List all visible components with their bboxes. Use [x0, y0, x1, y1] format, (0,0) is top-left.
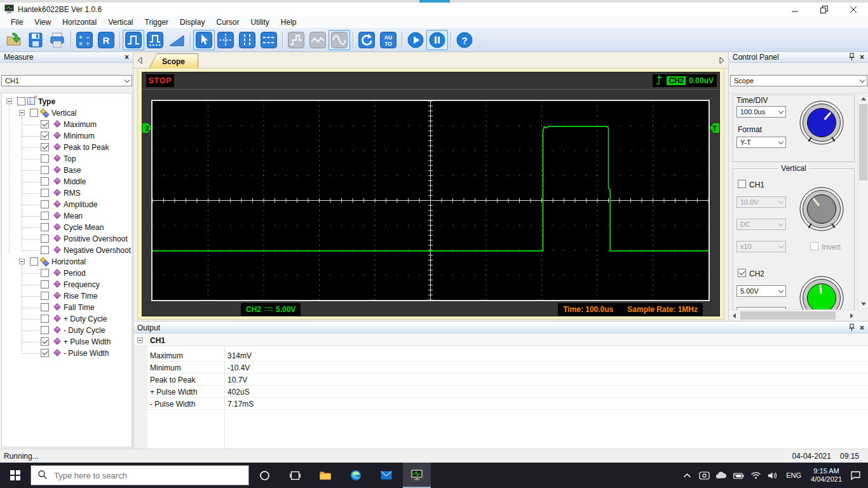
- output-row-pulse-width[interactable]: - Pulse Width 7.17mS: [133, 398, 868, 410]
- measure-checkbox-negative-overshoot[interactable]: [41, 246, 49, 254]
- measure-group-horizontal[interactable]: Horizontal: [2, 256, 132, 268]
- ch2-enable-checkbox[interactable]: [738, 269, 746, 277]
- wifi-icon[interactable]: [749, 471, 762, 479]
- collapse-icon[interactable]: [137, 337, 143, 343]
- measure-checkbox-horizontal[interactable]: [30, 257, 38, 266]
- edge-browser-button[interactable]: [341, 463, 371, 488]
- language-indicator[interactable]: ENG: [783, 471, 804, 479]
- toolbar-refresh-button[interactable]: [356, 30, 377, 50]
- measure-checkbox-peak-to-peak[interactable]: [41, 143, 49, 151]
- file-explorer-button[interactable]: [310, 463, 341, 488]
- toolbar-cursor-select-button[interactable]: [193, 30, 215, 50]
- menu-item-cursor[interactable]: Cursor: [210, 17, 245, 28]
- control-vertical-scrollbar[interactable]: [857, 93, 868, 309]
- meet-now-icon[interactable]: [698, 471, 710, 480]
- menu-item-vertical[interactable]: Vertical: [102, 17, 139, 28]
- menu-item-help[interactable]: Help: [275, 17, 302, 28]
- measure-item-middle[interactable]: Middle: [2, 176, 132, 187]
- measure-close-icon[interactable]: ×: [125, 54, 129, 60]
- measure-checkbox-minimum[interactable]: [41, 132, 49, 140]
- tab-scroll-right-icon[interactable]: [717, 55, 726, 65]
- toolbar-linear-interpolation-button[interactable]: [307, 30, 329, 50]
- control-horizontal-scrollbar[interactable]: [729, 309, 857, 320]
- start-button[interactable]: [0, 463, 31, 488]
- measure-checkbox-rms[interactable]: [41, 189, 49, 197]
- menu-item-utility[interactable]: Utility: [245, 17, 275, 28]
- tray-chevron-up-icon[interactable]: [681, 473, 693, 478]
- toolbar-horizontal-cursors-button[interactable]: [258, 30, 280, 50]
- ch1-position-knob[interactable]: [799, 186, 844, 232]
- toolbar-cross-cursor-button[interactable]: [215, 30, 236, 50]
- control-mode-select[interactable]: Scope: [730, 75, 867, 86]
- measure-checkbox-mean[interactable]: [41, 212, 49, 220]
- volume-icon[interactable]: [766, 471, 779, 480]
- measure-checkbox-maximum[interactable]: [41, 120, 49, 128]
- mail-button[interactable]: [371, 463, 402, 488]
- measure-checkbox-fall-time[interactable]: [41, 303, 49, 311]
- ch1-invert-checkbox[interactable]: [810, 242, 818, 250]
- collapse-icon[interactable]: [19, 110, 25, 116]
- measure-checkbox-duty-cycle[interactable]: [41, 326, 49, 334]
- cortana-button[interactable]: [249, 463, 280, 488]
- time-div-select[interactable]: 100.0us: [736, 106, 786, 118]
- measure-checkbox-pulse-width[interactable]: [41, 337, 49, 346]
- close-button[interactable]: [839, 3, 868, 17]
- battery-icon[interactable]: [732, 472, 745, 479]
- output-group-row[interactable]: CH1: [133, 334, 868, 346]
- measure-item-positive-overshoot[interactable]: Positive Overshoot: [2, 233, 132, 245]
- minimize-button[interactable]: [780, 3, 810, 17]
- menu-item-trigger[interactable]: Trigger: [139, 17, 175, 28]
- toolbar-pause-acquisition-button[interactable]: [426, 30, 448, 50]
- measure-channel-select[interactable]: CH1: [1, 75, 132, 86]
- measure-checkbox-duty-cycle[interactable]: [41, 315, 49, 323]
- tray-clock[interactable]: 9:15 AM 4/04/2021: [808, 467, 844, 484]
- toolbar-start-acquisition-button[interactable]: [405, 30, 426, 50]
- measure-item-period[interactable]: Period: [2, 268, 132, 279]
- menu-item-display[interactable]: Display: [174, 17, 210, 28]
- taskbar-search[interactable]: [31, 465, 249, 485]
- measure-item-peak-to-peak[interactable]: Peak to Peak: [2, 142, 132, 153]
- toolbar-open-file-button[interactable]: [3, 30, 25, 50]
- toolbar-step-interpolation-button[interactable]: [285, 30, 307, 50]
- measure-item-frequency[interactable]: Frequency: [2, 279, 132, 290]
- toolbar-ramp-display-button[interactable]: [166, 30, 187, 50]
- measure-item-cycle-mean[interactable]: Cycle Mean: [2, 222, 132, 233]
- toolbar-vertical-cursors-button[interactable]: [236, 30, 258, 50]
- measure-checkbox-middle[interactable]: [41, 177, 49, 186]
- measure-checkbox-rise-time[interactable]: [41, 292, 49, 300]
- toolbar-waveform-record-button[interactable]: [144, 30, 166, 50]
- output-row-peak-to-peak[interactable]: Peak to Peak 10.7V: [133, 374, 868, 386]
- measure-item-negative-overshoot[interactable]: Negative Overshoot: [2, 245, 132, 256]
- measure-checkbox-pulse-width[interactable]: [41, 349, 49, 357]
- measure-item-amplitude[interactable]: Amplitude: [2, 199, 132, 210]
- tab-scope[interactable]: Scope: [149, 53, 198, 69]
- toolbar-print-button[interactable]: [46, 30, 68, 50]
- measure-checkbox-base[interactable]: [41, 166, 49, 174]
- toolbar-reference-wave-button[interactable]: R: [95, 30, 117, 50]
- trigger-level-marker[interactable]: T: [710, 123, 719, 133]
- measure-item-rms[interactable]: RMS: [2, 187, 132, 199]
- ch1-enable-checkbox[interactable]: [738, 180, 746, 188]
- measure-item-pulse-width[interactable]: + Pulse Width: [2, 336, 132, 348]
- menu-item-view[interactable]: View: [29, 17, 57, 28]
- measure-tree-root[interactable]: Type: [2, 96, 132, 107]
- tab-scroll-left-icon[interactable]: [135, 55, 144, 65]
- toolbar-help-button[interactable]: ?: [454, 30, 475, 50]
- onedrive-cloud-icon[interactable]: [715, 471, 728, 479]
- ch2-volts-select[interactable]: 5.00V: [736, 285, 786, 297]
- time-div-knob[interactable]: [799, 100, 844, 146]
- measure-checkbox-positive-overshoot[interactable]: [41, 234, 49, 243]
- search-input[interactable]: [54, 471, 219, 480]
- toolbar-save-file-button[interactable]: [25, 30, 46, 50]
- output-row-pulse-width[interactable]: + Pulse Width 402uS: [133, 386, 868, 398]
- collapse-icon[interactable]: [19, 259, 25, 264]
- ch1-volts-select[interactable]: 10.0V: [736, 196, 786, 208]
- ch1-coupling-select[interactable]: DC: [736, 219, 786, 230]
- pin-icon[interactable]: [848, 53, 855, 62]
- measure-item-rise-time[interactable]: Rise Time: [2, 290, 132, 302]
- taskbar-hantek-app-button[interactable]: [403, 463, 431, 488]
- pin-icon[interactable]: [848, 323, 855, 333]
- measure-checkbox-top[interactable]: [41, 154, 49, 163]
- measure-item-duty-cycle[interactable]: + Duty Cycle: [2, 313, 132, 325]
- task-view-button[interactable]: [280, 463, 310, 488]
